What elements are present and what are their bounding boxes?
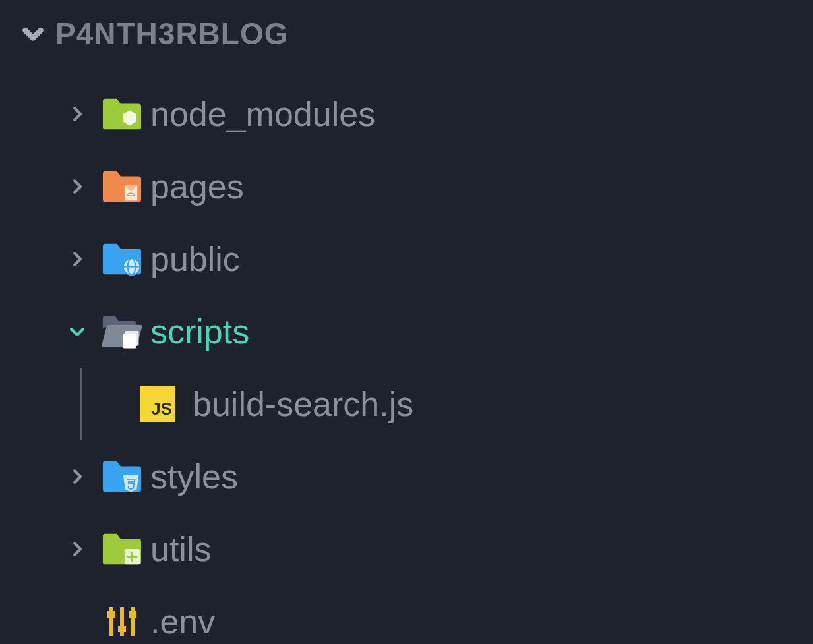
chevron-down-icon: [20, 20, 46, 47]
tree-item-label: .env: [150, 602, 215, 641]
file-explorer: P4NTH3RBLOG node_modules: [0, 0, 813, 644]
chevron-right-icon: [67, 104, 87, 124]
js-file-icon: JS: [140, 386, 175, 422]
tree-item-public[interactable]: public: [0, 223, 813, 295]
node-folder-icon: [102, 97, 142, 131]
tree-indent-guide: [80, 368, 82, 440]
tree-item-styles[interactable]: styles: [0, 440, 813, 513]
utils-folder-icon: [102, 532, 142, 566]
chevron-right-icon: [67, 177, 87, 196]
tree-item-utils[interactable]: utils: [0, 513, 813, 585]
tree-item-env[interactable]: .env: [0, 585, 813, 644]
tree-item-label: build-search.js: [193, 384, 413, 424]
tree-item-label: public: [150, 239, 240, 279]
svg-rect-13: [107, 611, 115, 618]
project-header[interactable]: P4NTH3RBLOG: [0, 12, 813, 55]
tree-item-pages[interactable]: <> pages: [0, 150, 813, 223]
styles-folder-icon: [102, 459, 142, 494]
env-file-icon: [103, 603, 141, 640]
public-folder-icon: [102, 242, 142, 276]
file-tree: node_modules <> pages: [0, 55, 813, 644]
tree-item-label: pages: [150, 167, 244, 206]
tree-item-scripts[interactable]: scripts: [0, 295, 813, 368]
chevron-right-icon: [67, 249, 87, 269]
tree-item-label: utils: [150, 529, 211, 569]
chevron-right-icon: [67, 539, 87, 559]
svg-rect-14: [118, 626, 126, 632]
svg-text:<>: <>: [127, 190, 136, 198]
chevron-right-icon: [67, 467, 87, 486]
tree-item-label: scripts: [150, 312, 249, 351]
tree-item-node-modules[interactable]: node_modules: [0, 78, 813, 150]
svg-rect-15: [129, 611, 136, 618]
pages-folder-icon: <>: [102, 169, 142, 204]
scripts-folder-open-icon: [100, 314, 144, 349]
svg-rect-6: [123, 334, 136, 349]
chevron-down-icon: [67, 322, 87, 341]
tree-item-label: node_modules: [150, 94, 375, 134]
project-title: P4NTH3RBLOG: [55, 16, 288, 51]
tree-item-label: styles: [150, 457, 238, 496]
tree-item-build-search-js[interactable]: JS build-search.js: [0, 368, 813, 440]
